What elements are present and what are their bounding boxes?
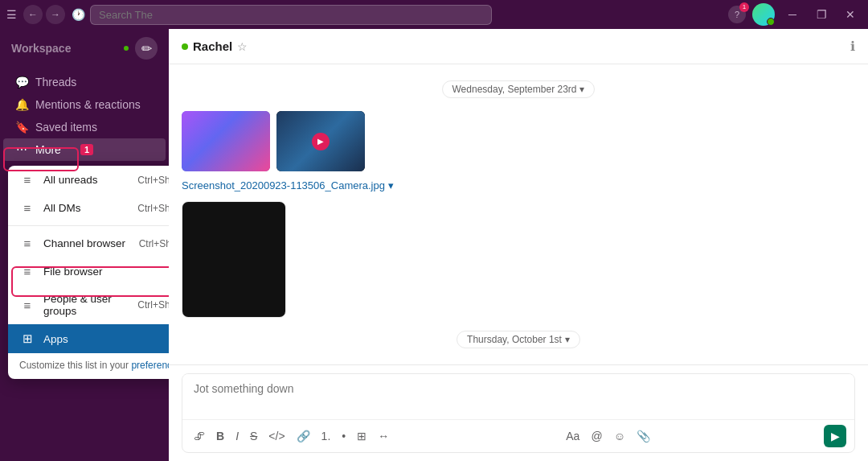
strikethrough-button[interactable]: S	[247, 428, 260, 444]
people-groups-icon: ≡	[19, 298, 35, 312]
code-button[interactable]: </>	[265, 428, 288, 444]
all-dms-shortcut: Ctrl+Shift+K	[137, 203, 169, 214]
mention-button[interactable]: @	[588, 428, 605, 444]
date-thursday-label: Thursday, October 1st	[467, 334, 562, 345]
history-icon[interactable]: 🕐	[72, 8, 85, 21]
play-button[interactable]: ▶	[312, 133, 330, 150]
apps-label: Apps	[43, 333, 169, 345]
date-chevron2-icon: ▾	[565, 334, 570, 345]
titlebar: ☰ ← → 🕐 ? ─ ❐ ✕	[0, 0, 868, 29]
apps-icon: ⊞	[19, 331, 35, 346]
info-icon[interactable]: ℹ	[850, 39, 855, 54]
sidebar-item-label-saved: Saved items	[35, 121, 97, 134]
italic-button[interactable]: I	[232, 428, 242, 444]
emoji-button[interactable]: ☺	[611, 428, 628, 444]
online-status-dot	[182, 43, 188, 50]
font-size-icon[interactable]: Aa	[563, 428, 583, 444]
content-area: Rachel ☆ ℹ Wednesday, September 23rd ▾ ▶	[169, 29, 868, 461]
threads-icon: 💬	[14, 75, 29, 89]
send-button[interactable]: ▶	[824, 425, 846, 447]
channel-browser-label: Channel browser	[43, 237, 131, 249]
block-button[interactable]: ⊞	[354, 428, 370, 444]
dropdown-item-channel-browser[interactable]: ≡ Channel browser Ctrl+Shift+L	[8, 229, 169, 257]
media-group: ▶	[182, 111, 855, 171]
channel-browser-icon: ≡	[19, 237, 35, 250]
minimize-button[interactable]: ─	[781, 3, 804, 26]
footer-text: Customize this list in your	[19, 360, 131, 371]
menu-icon[interactable]: ☰	[6, 8, 17, 21]
bullet-list-button[interactable]: •	[338, 428, 349, 444]
dropdown-item-all-dms[interactable]: ≡ All DMs Ctrl+Shift+K	[8, 194, 169, 222]
all-unreads-icon: ≡	[19, 173, 35, 187]
screenshot-image: ⚙ 🔄 ⊕ ☰ ⋯ LIVE FOCUS PHOTO VIDEO MORE	[182, 202, 286, 318]
more-icon: ⋯	[14, 142, 29, 157]
file-caption[interactable]: Screenshot_20200923-113506_Camera.jpg ▾	[182, 179, 855, 191]
dropdown-footer: Customize this list in your preferences.	[8, 353, 169, 379]
media-thumbnail-2[interactable]: ▶	[276, 111, 365, 171]
sidebar-header: Workspace ✏	[0, 29, 169, 68]
date-pill-thursday[interactable]: Thursday, October 1st ▾	[457, 331, 580, 348]
sidebar-item-threads[interactable]: 💬 Threads	[3, 71, 166, 93]
help-button[interactable]: ?	[728, 6, 746, 23]
people-groups-label: People & user groups	[43, 293, 129, 317]
titlebar-right: ? ─ ❐ ✕	[728, 3, 862, 26]
dropdown-item-apps[interactable]: ⊞ Apps	[8, 324, 169, 353]
chat-input-box: 🖇 B I S </> 🔗 1. • ⊞ ↔ Aa @ ☺ 📎 ▶	[182, 373, 855, 453]
forward-button[interactable]: →	[46, 5, 65, 24]
workspace-status-dot	[124, 46, 129, 51]
close-button[interactable]: ✕	[839, 3, 862, 26]
dropdown-item-all-unreads[interactable]: ≡ All unreads Ctrl+Shift+A	[8, 166, 169, 194]
attachment-icon[interactable]: 🖇	[190, 428, 208, 444]
sidebar-item-label-mentions: Mentions & reactions	[35, 98, 141, 111]
avatar[interactable]	[752, 3, 775, 26]
mentions-icon: 🔔	[14, 97, 29, 112]
media-thumbnail-1[interactable]	[182, 111, 270, 171]
dropdown-item-people-groups[interactable]: ≡ People & user groups Ctrl+Shift+E	[8, 286, 169, 324]
date-chevron-icon: ▾	[579, 84, 584, 95]
sidebar-item-label-threads: Threads	[35, 76, 76, 88]
all-unreads-shortcut: Ctrl+Shift+A	[137, 175, 169, 186]
date-divider-thursday: Thursday, October 1st ▾	[182, 331, 855, 348]
dropdown-item-file-browser[interactable]: ≡ File browser	[8, 257, 169, 286]
people-groups-shortcut: Ctrl+Shift+E	[137, 299, 169, 311]
restore-button[interactable]: ❐	[810, 3, 833, 26]
all-unreads-label: All unreads	[43, 174, 129, 186]
nav-buttons: ← →	[23, 5, 65, 24]
date-divider-wednesday: Wednesday, September 23rd ▾	[182, 80, 855, 98]
image-placeholder-1	[182, 111, 270, 171]
channel-browser-shortcut: Ctrl+Shift+L	[139, 238, 169, 249]
all-dms-icon: ≡	[19, 201, 35, 215]
main-layout: Workspace ✏ 💬 Threads 🔔 Mentions & react…	[0, 29, 868, 461]
sidebar-item-mentions[interactable]: 🔔 Mentions & reactions	[3, 93, 166, 116]
ordered-list-button[interactable]: 1.	[318, 428, 334, 444]
back-button[interactable]: ←	[23, 5, 43, 24]
chat-header: Rachel ☆ ℹ	[169, 29, 868, 64]
date-pill-wednesday[interactable]: Wednesday, September 23rd ▾	[442, 80, 596, 98]
date-wednesday-label: Wednesday, September 23rd	[452, 84, 577, 95]
file-chevron-icon: ▾	[388, 179, 394, 191]
preferences-link[interactable]: preferences.	[131, 360, 169, 371]
file-browser-icon: ≡	[19, 265, 35, 278]
chat-recipient-name: Rachel	[193, 39, 232, 53]
attach-button[interactable]: 📎	[633, 428, 653, 444]
compose-button[interactable]: ✏	[135, 37, 158, 60]
file-browser-label: File browser	[43, 265, 169, 278]
dropdown-divider-1	[8, 225, 169, 226]
screenshot-container: ⚙ 🔄 ⊕ ☰ ⋯ LIVE FOCUS PHOTO VIDEO MORE	[182, 201, 286, 318]
chat-body: Wednesday, September 23rd ▾ ▶ Screenshot…	[169, 64, 868, 364]
indent-button[interactable]: ↔	[375, 428, 392, 444]
chat-input[interactable]	[182, 374, 854, 416]
star-icon[interactable]: ☆	[237, 40, 248, 53]
bold-button[interactable]: B	[213, 428, 227, 444]
all-dms-label: All DMs	[43, 202, 129, 214]
badge-1-number: 1	[80, 144, 93, 155]
workspace-name[interactable]: Workspace	[11, 42, 116, 55]
sidebar-item-label-more: More	[35, 143, 61, 156]
sidebar-item-saved[interactable]: 🔖 Saved items	[3, 116, 166, 138]
sidebar: Workspace ✏ 💬 Threads 🔔 Mentions & react…	[0, 29, 169, 461]
link-button[interactable]: 🔗	[293, 428, 313, 444]
file-name: Screenshot_20200923-113506_Camera.jpg	[182, 179, 385, 191]
search-input[interactable]	[90, 5, 492, 25]
chat-input-area: 🖇 B I S </> 🔗 1. • ⊞ ↔ Aa @ ☺ 📎 ▶	[169, 364, 868, 461]
chat-toolbar: 🖇 B I S </> 🔗 1. • ⊞ ↔ Aa @ ☺ 📎 ▶	[182, 419, 854, 452]
